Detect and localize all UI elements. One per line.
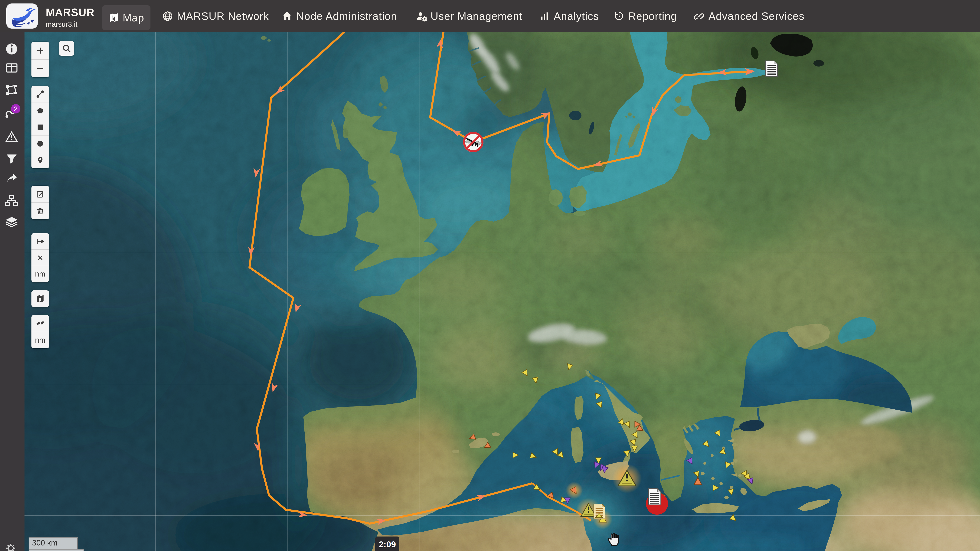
svg-text:2: 2 bbox=[14, 105, 18, 113]
